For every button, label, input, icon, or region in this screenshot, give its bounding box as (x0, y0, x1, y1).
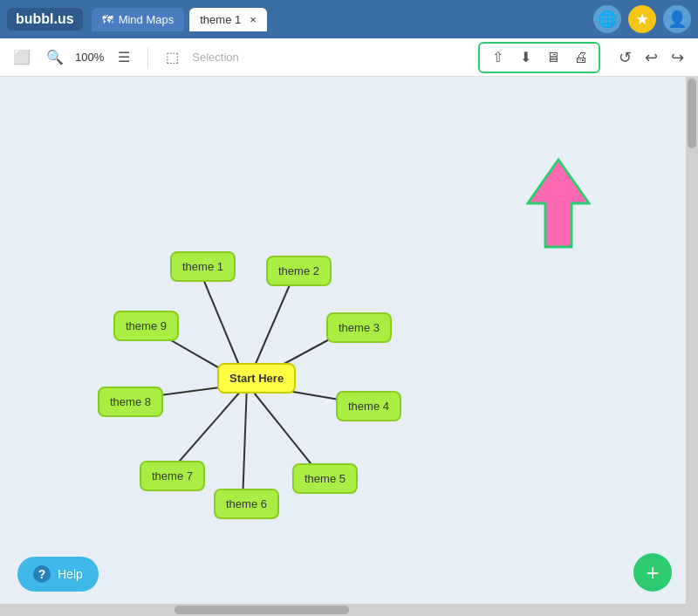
scrollbar-right[interactable] (686, 77, 698, 616)
undo-button[interactable]: ↩ (639, 45, 663, 70)
menu-icon: ☰ (118, 49, 130, 65)
history-button[interactable]: ↺ (612, 45, 637, 70)
frame-icon: ⬜ (13, 49, 31, 65)
scrollbar-bottom[interactable] (0, 604, 686, 616)
redo-icon: ↪ (671, 48, 684, 67)
zoom-level: 100% (75, 51, 104, 64)
selection-label: Selection (192, 51, 238, 64)
download-button[interactable]: ⬇ (513, 45, 537, 70)
zoom-button[interactable]: 🔍 (42, 44, 68, 71)
mind-maps-tab[interactable]: 🗺 Mind Maps (92, 8, 185, 31)
screen-button[interactable]: 🖥 (541, 45, 565, 70)
nav-right: 🌐 ★ 👤 (593, 5, 691, 33)
theme-node-theme8[interactable]: theme 8 (98, 387, 163, 417)
help-icon: ? (33, 565, 51, 583)
svg-line-5 (243, 384, 247, 503)
theme-node-theme2[interactable]: theme 2 (266, 256, 332, 286)
toolbar-separator (147, 47, 148, 68)
download-icon: ⬇ (520, 49, 531, 65)
active-tab-label: theme 1 (200, 13, 241, 26)
theme-node-theme4[interactable]: theme 4 (336, 391, 401, 421)
canvas-area[interactable]: Start Here theme 1theme 2theme 3theme 4t… (0, 77, 698, 616)
print-icon: 🖨 (574, 50, 588, 65)
mind-maps-icon: 🗺 (102, 13, 113, 26)
frame-button[interactable]: ⬜ (9, 44, 35, 71)
help-label: Help (58, 567, 83, 581)
center-node[interactable]: Start Here (217, 363, 296, 394)
menu-button[interactable]: ☰ (111, 44, 137, 71)
logo-area[interactable]: bubbl.us (7, 8, 83, 31)
scrollbar-thumb[interactable] (688, 79, 696, 148)
redo-button[interactable]: ↪ (665, 45, 689, 70)
top-nav: bubbl.us 🗺 Mind Maps theme 1 × 🌐 ★ 👤 (0, 0, 698, 38)
close-tab-button[interactable]: × (250, 13, 257, 26)
theme-node-theme9[interactable]: theme 9 (113, 311, 179, 341)
center-node-label: Start Here (229, 372, 284, 385)
action-group: ⇧ ⬇ 🖥 🖨 (478, 42, 600, 73)
theme-node-theme3[interactable]: theme 3 (326, 312, 392, 343)
theme-node-theme7[interactable]: theme 7 (140, 461, 205, 491)
help-button[interactable]: ? Help (17, 557, 99, 592)
tutorial-arrow (524, 155, 593, 251)
active-tab[interactable]: theme 1 × (189, 8, 267, 31)
print-button[interactable]: 🖨 (569, 45, 593, 70)
selection-icon-button[interactable]: ⬚ (159, 44, 185, 71)
mind-maps-label: Mind Maps (119, 13, 174, 26)
history-group: ↺ ↩ ↪ (612, 45, 689, 70)
add-icon: + (646, 561, 659, 584)
logo-text: bubbl.us (16, 11, 74, 27)
user-button[interactable]: 👤 (663, 5, 691, 33)
theme-node-theme5[interactable]: theme 5 (292, 463, 358, 494)
share-icon: ⇧ (492, 49, 503, 65)
zoom-icon: 🔍 (46, 49, 64, 65)
add-button[interactable]: + (633, 553, 672, 592)
globe-button[interactable]: 🌐 (593, 5, 621, 33)
toolbar: ⬜ 🔍 100% ☰ ⬚ Selection ⇧ ⬇ 🖥 🖨 ↺ ↩ ↪ (0, 38, 698, 77)
history-icon: ↺ (619, 48, 632, 67)
selection-icon: ⬚ (166, 49, 179, 65)
undo-icon: ↩ (645, 48, 658, 67)
star-button[interactable]: ★ (628, 5, 656, 33)
share-button[interactable]: ⇧ (485, 45, 510, 70)
svg-marker-9 (528, 160, 589, 247)
screen-icon: 🖥 (546, 50, 560, 65)
scrollbar-hthumb[interactable] (174, 606, 349, 614)
theme-node-theme1[interactable]: theme 1 (170, 251, 236, 282)
theme-node-theme6[interactable]: theme 6 (214, 489, 279, 519)
